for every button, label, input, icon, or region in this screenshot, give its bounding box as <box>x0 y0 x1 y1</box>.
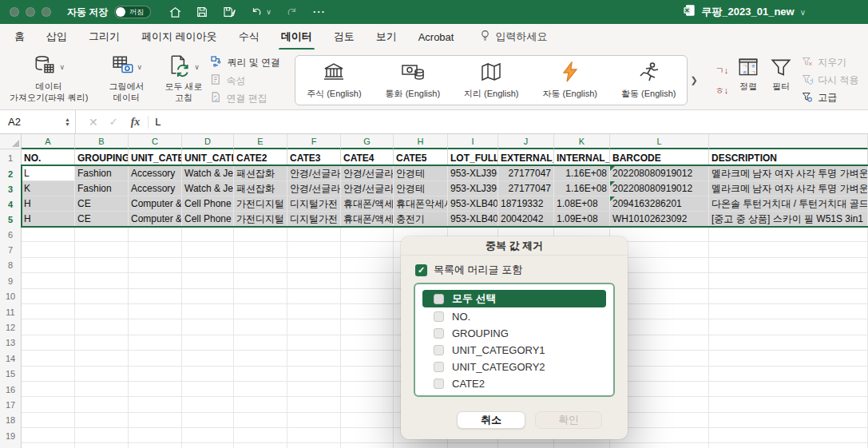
list-item-3[interactable]: UNIT_CATEGORY2 <box>422 359 606 375</box>
empty-cell[interactable] <box>22 227 75 242</box>
cell[interactable]: L <box>22 166 75 181</box>
row-header-11[interactable]: 11 <box>0 304 22 319</box>
cell[interactable]: 202208080919012 <box>610 181 709 196</box>
empty-cell[interactable] <box>234 351 287 366</box>
data-type-0[interactable]: 주식 (English) <box>307 61 361 100</box>
empty-cell[interactable] <box>287 242 341 257</box>
cell[interactable]: 953-XLJ39-1 <box>448 181 498 196</box>
empty-cell[interactable] <box>234 382 287 397</box>
cancel-button[interactable]: 취소 <box>457 411 525 429</box>
empty-cell[interactable] <box>129 273 182 288</box>
empty-cell[interactable] <box>709 335 868 351</box>
cell[interactable]: 2094163286201 <box>610 196 709 212</box>
empty-cell[interactable] <box>709 428 868 443</box>
empty-cell[interactable] <box>341 335 394 351</box>
row-header-16[interactable]: 16 <box>0 382 22 397</box>
field-header-cell[interactable]: UNIT_CATE <box>129 149 182 166</box>
cell[interactable]: 휴대폰악세서 <box>394 196 448 212</box>
list-item-1[interactable]: GROUPING <box>422 325 606 342</box>
column-header-B[interactable]: B <box>75 134 129 149</box>
empty-cell[interactable] <box>287 382 341 397</box>
empty-cell[interactable] <box>341 304 394 319</box>
empty-cell[interactable] <box>129 351 182 366</box>
empty-cell[interactable] <box>341 242 394 257</box>
cell[interactable]: 953-XLB40- <box>448 196 498 212</box>
empty-cell[interactable] <box>22 335 75 351</box>
cell[interactable]: CE <box>75 196 129 212</box>
empty-cell[interactable] <box>234 258 287 273</box>
unchecked-checkbox-icon[interactable] <box>434 345 444 355</box>
column-list-box[interactable]: 모두 선택NO.GROUPINGUNIT_CATEGORY1UNIT_CATEG… <box>414 283 615 397</box>
column-header-L[interactable]: L <box>610 134 709 149</box>
empty-cell[interactable] <box>709 382 868 397</box>
row-header-9[interactable]: 9 <box>0 273 22 288</box>
advanced-filter-button[interactable]: 고급 <box>801 91 858 105</box>
field-header-cell[interactable]: CATE2 <box>234 149 287 166</box>
empty-cell[interactable] <box>129 242 182 257</box>
undo-dropdown-chevron-icon[interactable]: ∨ <box>266 8 271 16</box>
empty-cell[interactable] <box>234 443 287 448</box>
empty-cell[interactable] <box>341 428 394 443</box>
ribbon-tab-2[interactable]: 그리기 <box>89 30 120 44</box>
unchecked-checkbox-icon[interactable] <box>434 395 444 397</box>
empty-cell[interactable] <box>182 289 234 304</box>
sort-descending-button[interactable]: ㅎ↓ <box>715 85 729 97</box>
empty-cell[interactable] <box>341 367 394 382</box>
cell[interactable]: Accessory <box>129 166 182 181</box>
empty-cell[interactable] <box>129 428 182 443</box>
empty-cell[interactable] <box>129 397 182 412</box>
field-header-cell[interactable]: BARCODE <box>610 149 709 166</box>
cell[interactable]: 다온솔 투턴거치대 / 투턴거치대 골드 <box>709 196 868 212</box>
ribbon-tab-0[interactable]: 홈 <box>14 30 25 44</box>
column-header-H[interactable]: H <box>394 134 448 149</box>
checked-checkbox-icon[interactable]: ✓ <box>415 264 427 276</box>
ribbon-tab-5[interactable]: 데이터 <box>281 30 312 44</box>
list-item-2[interactable]: UNIT_CATEGORY1 <box>422 342 606 359</box>
empty-cell[interactable] <box>129 319 182 335</box>
data-type-2[interactable]: 지리 (English) <box>464 61 518 100</box>
unchecked-checkbox-icon[interactable] <box>434 311 444 322</box>
empty-cell[interactable] <box>287 443 341 448</box>
empty-cell[interactable] <box>394 443 448 448</box>
close-window-button[interactable] <box>10 7 19 17</box>
row-header-6[interactable]: 6 <box>0 227 22 242</box>
empty-cell[interactable] <box>709 367 868 382</box>
name-box[interactable]: A2 ▲▼ <box>0 110 76 133</box>
empty-cell[interactable] <box>287 351 341 366</box>
empty-cell[interactable] <box>75 397 129 412</box>
cell[interactable]: H <box>22 212 75 227</box>
cell[interactable]: 패션잡화 <box>234 166 287 181</box>
empty-cell[interactable] <box>341 443 394 448</box>
cell[interactable]: 18719332 <box>498 196 554 212</box>
empty-cell[interactable] <box>287 258 341 273</box>
empty-cell[interactable] <box>234 413 287 428</box>
list-item-0[interactable]: NO. <box>422 308 606 325</box>
row-header-4[interactable]: 4 <box>0 196 22 212</box>
cell[interactable]: 가전디지털 <box>234 196 287 212</box>
empty-cell[interactable] <box>129 443 182 448</box>
ribbon-tab-4[interactable]: 수식 <box>239 30 260 44</box>
empty-cell[interactable] <box>129 413 182 428</box>
empty-cell[interactable] <box>287 413 341 428</box>
row-header-13[interactable]: 13 <box>0 335 22 351</box>
cell[interactable]: Fashion <box>75 181 129 196</box>
column-header-J[interactable]: J <box>498 134 554 149</box>
row-header-18[interactable]: 18 <box>0 413 22 428</box>
empty-cell[interactable] <box>182 335 234 351</box>
empty-cell[interactable] <box>341 258 394 273</box>
cell[interactable]: Accessory <box>129 181 182 196</box>
empty-cell[interactable] <box>287 304 341 319</box>
empty-cell[interactable] <box>709 242 868 257</box>
field-header-cell[interactable]: CATE4 <box>341 149 394 166</box>
cell[interactable]: Cell Phone & <box>182 196 234 212</box>
empty-cell[interactable] <box>75 273 129 288</box>
empty-cell[interactable] <box>234 227 287 242</box>
empty-cell[interactable] <box>182 227 234 242</box>
row-header-12[interactable]: 12 <box>0 319 22 335</box>
ribbon-tab-6[interactable]: 검토 <box>334 30 355 44</box>
cell[interactable]: Computer & <box>129 212 182 227</box>
list-item-select-all[interactable]: 모두 선택 <box>422 290 606 307</box>
empty-cell[interactable] <box>22 242 75 257</box>
empty-cell[interactable] <box>287 319 341 335</box>
cell[interactable]: 안경/선글라 <box>341 166 394 181</box>
